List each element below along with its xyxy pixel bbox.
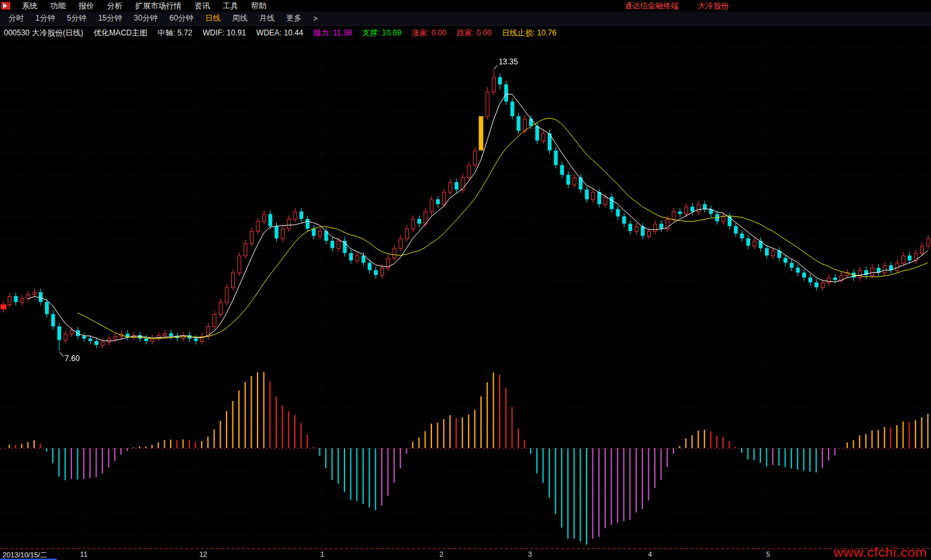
info-segment: 日线止损: 10.76 — [502, 28, 556, 39]
menu-item[interactable]: 工具 — [216, 1, 245, 12]
period-tab[interactable]: 月线 — [253, 13, 280, 24]
tdx-terminal-window: 系统功能报价分析扩展市场行情资讯工具帮助 通达信金融终端 大冷股份 分时1分钟5… — [0, 0, 931, 560]
menu-item[interactable]: 系统 — [15, 1, 44, 12]
period-tab[interactable]: 1分钟 — [30, 13, 61, 24]
menu-item[interactable]: 分析 — [100, 1, 129, 12]
menu-item[interactable]: 报价 — [72, 1, 100, 12]
info-segment: WDIF: 10.91 — [203, 28, 246, 37]
period-toolbar: 分时1分钟5分钟15分钟30分钟60分钟日线周线月线更多> — [0, 12, 931, 26]
menu-bar: 系统功能报价分析扩展市场行情资讯工具帮助 通达信金融终端 大冷股份 — [0, 0, 931, 12]
time-axis: 111212345 — [0, 550, 931, 560]
stock-name-label: 大冷股份 — [698, 1, 729, 12]
status-bar: 2013/10/15/二 111212345 — [0, 550, 931, 560]
info-segment: 支撑: 10.69 — [362, 28, 402, 39]
menu-item[interactable]: 功能 — [44, 1, 72, 12]
watermark: www.cfchi.com — [834, 545, 927, 560]
menu-item[interactable]: 资讯 — [188, 1, 216, 12]
menu-item[interactable]: 帮助 — [245, 1, 273, 12]
period-tab[interactable]: > — [307, 14, 323, 23]
kline-chart[interactable] — [0, 40, 931, 550]
info-segment: 跌家: 0.00 — [456, 28, 491, 39]
info-segment: 中轴: 5.72 — [158, 28, 193, 39]
period-tab[interactable]: 15分钟 — [92, 13, 127, 24]
month-tick-label: 11 — [80, 550, 87, 558]
month-tick-label: 3 — [528, 550, 532, 558]
main-menu: 系统功能报价分析扩展市场行情资讯工具帮助 — [15, 1, 273, 12]
month-tick-label: 4 — [648, 550, 652, 558]
app-logo-icon — [1, 2, 10, 10]
info-segment: WDEA: 10.44 — [256, 28, 303, 37]
period-tab[interactable]: 更多 — [280, 13, 307, 24]
period-tab[interactable]: 30分钟 — [128, 13, 164, 24]
month-tick-label: 2 — [440, 550, 444, 558]
brand-label: 通达信金融终端 — [625, 1, 679, 12]
month-tick-label: 1 — [320, 550, 324, 558]
period-tab[interactable]: 周线 — [226, 13, 253, 24]
month-tick-label: 5 — [766, 550, 770, 558]
info-segment: 涨家: 0.00 — [411, 28, 446, 39]
info-segment: 阻力: 11.38 — [314, 28, 352, 39]
menu-item[interactable]: 扩展市场行情 — [129, 1, 188, 12]
info-segment: 000530 大冷股份(日线) — [4, 28, 83, 39]
period-tab[interactable]: 5分钟 — [61, 13, 93, 24]
month-tick-label: 12 — [199, 550, 207, 558]
period-tab[interactable]: 分时 — [3, 13, 30, 24]
period-tab[interactable]: 日线 — [199, 13, 226, 24]
indicator-info-bar: 000530 大冷股份(日线)优化MACD主图中轴: 5.72WDIF: 10.… — [0, 26, 931, 40]
menubar-right: 通达信金融终端 大冷股份 — [625, 1, 931, 12]
info-segment: 优化MACD主图 — [93, 28, 147, 39]
period-tab[interactable]: 60分钟 — [164, 13, 199, 24]
